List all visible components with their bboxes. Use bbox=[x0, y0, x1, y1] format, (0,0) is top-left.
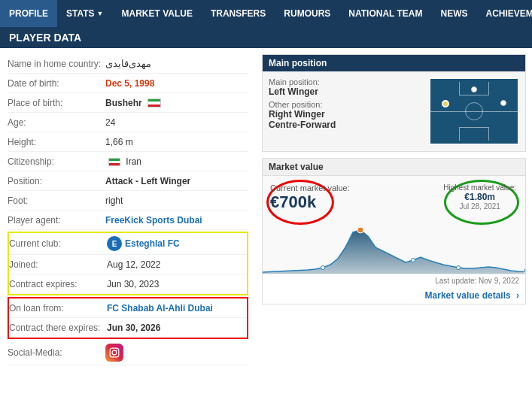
svg-point-1 bbox=[112, 350, 117, 355]
name-home-value: مهدی‌قایدی bbox=[105, 58, 151, 69]
citizenship-row: Citizenship: Iran bbox=[8, 152, 248, 171]
stats-dropdown-icon: ▼ bbox=[97, 10, 104, 17]
joined-value: Aug 12, 2022 bbox=[107, 259, 160, 270]
foot-row: Foot: right bbox=[8, 191, 248, 211]
pitch-center-circle bbox=[465, 102, 483, 120]
section-header: PLAYER DATA bbox=[0, 27, 532, 48]
pitch-diagram bbox=[429, 77, 519, 145]
loan-expires-value: Jun 30, 2026 bbox=[107, 323, 160, 333]
name-home-row: Name in home country: مهدی‌قایدی bbox=[8, 54, 248, 74]
contract-label: Contract expires: bbox=[9, 279, 107, 289]
instagram-icon[interactable] bbox=[105, 344, 123, 362]
market-content: Current market value: €700k Highest mark… bbox=[263, 176, 525, 274]
age-row: Age: 24 bbox=[8, 113, 248, 132]
pob-value: Bushehr bbox=[105, 98, 161, 108]
market-chart bbox=[263, 221, 525, 274]
position-text: Main position: Left Winger Other positio… bbox=[269, 77, 423, 145]
svg-point-4 bbox=[412, 259, 415, 262]
loan-value[interactable]: FC Shabab Al-Ahli Dubai bbox=[107, 303, 213, 314]
citizenship-label: Citizenship: bbox=[8, 156, 105, 167]
nav-item-news[interactable]: NEWS bbox=[432, 0, 477, 27]
navigation: PROFILE STATS ▼ MARKET VALUE TRANSFERS R… bbox=[0, 0, 532, 27]
centre-forward-dot bbox=[471, 86, 477, 92]
nav-item-profile[interactable]: PROFILE bbox=[0, 0, 57, 27]
contract-value: Jun 30, 2023 bbox=[107, 279, 159, 289]
main-position-dot bbox=[442, 100, 449, 108]
right-panel: Main position Main position: Left Winger… bbox=[256, 48, 532, 371]
pob-row: Place of birth: Bushehr bbox=[8, 93, 248, 113]
position-row: Position: Attack - Left Winger bbox=[8, 171, 248, 191]
market-details-link[interactable]: Market value details › bbox=[263, 287, 525, 304]
nav-item-transfers[interactable]: TRANSFERS bbox=[202, 0, 275, 27]
position-content: Main position: Left Winger Other positio… bbox=[263, 71, 525, 151]
joined-label: Joined: bbox=[9, 259, 107, 270]
market-header: Market value bbox=[263, 159, 525, 176]
contract-row: Contract expires: Jun 30, 2023 bbox=[9, 274, 247, 294]
club-value[interactable]: Esteghlal FC bbox=[107, 236, 180, 251]
loan-expires-row: Contract there expires: Jun 30, 2026 bbox=[9, 318, 247, 338]
other-position-value1: Right Winger bbox=[269, 109, 423, 120]
svg-point-5 bbox=[457, 266, 461, 270]
svg-point-3 bbox=[321, 266, 325, 270]
nav-item-rumours[interactable]: RUMOURS bbox=[275, 0, 339, 27]
club-section: Current club: Esteghlal FC Joined: Aug 1… bbox=[8, 232, 248, 295]
main-content: Name in home country: مهدی‌قایدی Date of… bbox=[0, 48, 532, 371]
loan-label: On loan from: bbox=[9, 303, 107, 314]
other-position-value2: Centre-Forward bbox=[269, 120, 423, 130]
dob-label: Date of birth: bbox=[8, 78, 105, 89]
agent-value[interactable]: FreeKick Sports Dubai bbox=[105, 215, 202, 226]
social-value[interactable] bbox=[105, 344, 123, 362]
nav-item-stats[interactable]: STATS ▼ bbox=[57, 0, 112, 27]
loan-section: On loan from: FC Shabab Al-Ahli Dubai Co… bbox=[8, 297, 248, 339]
club-label: Current club: bbox=[9, 238, 107, 249]
nav-item-national-team[interactable]: NATIONAL TEAM bbox=[339, 0, 431, 27]
chart-current-dot bbox=[524, 268, 525, 273]
club-logo-icon bbox=[107, 236, 122, 251]
foot-label: Foot: bbox=[8, 195, 105, 206]
position-value: Attack - Left Winger bbox=[105, 176, 190, 186]
right-winger-dot bbox=[500, 100, 506, 106]
citizenship-value: Iran bbox=[105, 156, 141, 167]
market-highest-date: Jul 28, 2021 bbox=[443, 202, 516, 211]
height-label: Height: bbox=[8, 137, 105, 147]
main-position-value: Left Winger bbox=[269, 86, 423, 97]
market-current: Current market value: €700k bbox=[270, 183, 350, 212]
player-data-panel: Name in home country: مهدی‌قایدی Date of… bbox=[0, 48, 256, 371]
market-current-value: €700k bbox=[270, 192, 350, 212]
agent-row: Player agent: FreeKick Sports Dubai bbox=[8, 211, 248, 230]
dob-row: Date of birth: Dec 5, 1998 bbox=[8, 74, 248, 93]
market-last-update: Last update: Nov 9, 2022 bbox=[263, 274, 525, 287]
market-current-label: Current market value: bbox=[270, 183, 350, 192]
social-row: Social-Media: bbox=[8, 341, 248, 365]
position-header: Main position bbox=[263, 55, 525, 71]
social-label: Social-Media: bbox=[8, 347, 105, 358]
market-highest-label: Highest market value: bbox=[443, 183, 516, 192]
loan-expires-label: Contract there expires: bbox=[9, 323, 107, 333]
agent-label: Player agent: bbox=[8, 215, 105, 226]
svg-rect-0 bbox=[110, 348, 119, 357]
position-label: Position: bbox=[8, 176, 105, 186]
height-row: Height: 1,66 m bbox=[8, 132, 248, 152]
market-highest: Highest market value: €1.80m Jul 28, 202… bbox=[443, 183, 516, 211]
citizenship-flag-icon bbox=[108, 158, 120, 166]
nav-item-achievements[interactable]: ACHIEVEMENTS bbox=[477, 0, 532, 27]
loan-row: On loan from: FC Shabab Al-Ahli Dubai bbox=[9, 298, 247, 318]
age-value: 24 bbox=[105, 117, 115, 128]
joined-row: Joined: Aug 12, 2022 bbox=[9, 255, 247, 274]
age-label: Age: bbox=[8, 117, 105, 128]
pitch-penalty-bottom bbox=[459, 127, 489, 141]
position-section: Main position Main position: Left Winger… bbox=[262, 54, 526, 152]
nav-item-market-value[interactable]: MARKET VALUE bbox=[113, 0, 202, 27]
main-position-label: Main position: bbox=[269, 77, 423, 86]
market-section: Market value Current market value: €700k… bbox=[262, 158, 526, 304]
iran-flag-icon bbox=[147, 98, 161, 108]
name-home-label: Name in home country: bbox=[8, 59, 105, 69]
height-value: 1,66 m bbox=[105, 137, 133, 147]
dob-value: Dec 5, 1998 bbox=[105, 78, 154, 89]
foot-value: right bbox=[105, 195, 123, 206]
svg-point-2 bbox=[116, 350, 117, 351]
pob-label: Place of birth: bbox=[8, 98, 105, 108]
chart-peak-dot bbox=[357, 227, 363, 233]
other-position-label: Other position: bbox=[269, 100, 423, 109]
club-row: Current club: Esteghlal FC bbox=[9, 233, 247, 255]
